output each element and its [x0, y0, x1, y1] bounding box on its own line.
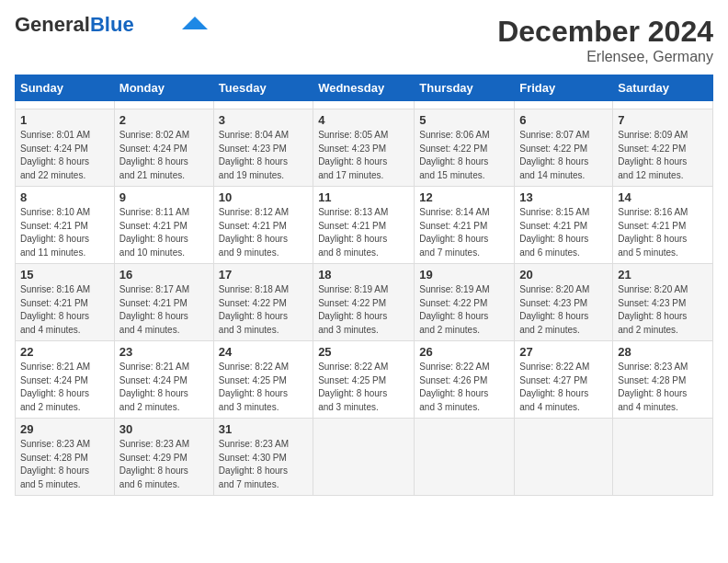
day-number: 12 — [419, 190, 509, 204]
day-info: Sunrise: 8:01 AM Sunset: 4:24 PM Dayligh… — [20, 129, 109, 182]
calendar-cell: 30Sunrise: 8:23 AM Sunset: 4:29 PM Dayli… — [114, 419, 213, 496]
column-header-wednesday: Wednesday — [313, 75, 415, 101]
day-number: 4 — [318, 113, 409, 127]
day-info: Sunrise: 8:14 AM Sunset: 4:21 PM Dayligh… — [419, 206, 509, 259]
day-info: Sunrise: 8:22 AM Sunset: 4:25 PM Dayligh… — [219, 361, 308, 414]
calendar-cell: 1Sunrise: 8:01 AM Sunset: 4:24 PM Daylig… — [16, 109, 115, 187]
week-row: 1Sunrise: 8:01 AM Sunset: 4:24 PM Daylig… — [16, 109, 713, 187]
calendar-cell: 28Sunrise: 8:23 AM Sunset: 4:28 PM Dayli… — [613, 341, 713, 419]
calendar-cell: 15Sunrise: 8:16 AM Sunset: 4:21 PM Dayli… — [16, 264, 115, 341]
column-header-friday: Friday — [515, 75, 613, 101]
day-info: Sunrise: 8:13 AM Sunset: 4:21 PM Dayligh… — [318, 206, 409, 259]
day-number: 23 — [119, 345, 209, 359]
calendar-cell: 27Sunrise: 8:22 AM Sunset: 4:27 PM Dayli… — [515, 341, 613, 419]
calendar-cell: 2Sunrise: 8:02 AM Sunset: 4:24 PM Daylig… — [114, 109, 213, 187]
calendar-cell: 31Sunrise: 8:23 AM Sunset: 4:30 PM Dayli… — [213, 419, 313, 496]
calendar-cell: 11Sunrise: 8:13 AM Sunset: 4:21 PM Dayli… — [313, 187, 415, 264]
column-header-thursday: Thursday — [415, 75, 515, 101]
calendar-cell — [613, 101, 713, 109]
page-header: GeneralBlue December 2024 Erlensee, Germ… — [15, 15, 713, 65]
day-number: 14 — [618, 190, 708, 204]
calendar-cell: 26Sunrise: 8:22 AM Sunset: 4:26 PM Dayli… — [415, 341, 515, 419]
day-info: Sunrise: 8:11 AM Sunset: 4:21 PM Dayligh… — [119, 206, 209, 259]
day-number: 1 — [20, 113, 109, 127]
day-number: 17 — [219, 268, 308, 282]
calendar-cell: 4Sunrise: 8:05 AM Sunset: 4:23 PM Daylig… — [313, 109, 415, 187]
title-block: December 2024 Erlensee, Germany — [497, 15, 713, 65]
calendar-cell: 24Sunrise: 8:22 AM Sunset: 4:25 PM Dayli… — [213, 341, 313, 419]
calendar-cell: 13Sunrise: 8:15 AM Sunset: 4:21 PM Dayli… — [515, 187, 613, 264]
week-row: 15Sunrise: 8:16 AM Sunset: 4:21 PM Dayli… — [16, 264, 713, 341]
calendar-cell: 16Sunrise: 8:17 AM Sunset: 4:21 PM Dayli… — [114, 264, 213, 341]
calendar-cell: 20Sunrise: 8:20 AM Sunset: 4:23 PM Dayli… — [515, 264, 613, 341]
day-info: Sunrise: 8:06 AM Sunset: 4:22 PM Dayligh… — [419, 129, 509, 182]
day-info: Sunrise: 8:07 AM Sunset: 4:22 PM Dayligh… — [519, 129, 608, 182]
day-info: Sunrise: 8:23 AM Sunset: 4:30 PM Dayligh… — [219, 438, 308, 491]
column-header-monday: Monday — [114, 75, 213, 101]
day-number: 15 — [20, 268, 109, 282]
calendar-cell — [16, 101, 115, 109]
day-info: Sunrise: 8:20 AM Sunset: 4:23 PM Dayligh… — [519, 283, 608, 337]
calendar-cell: 25Sunrise: 8:22 AM Sunset: 4:25 PM Dayli… — [313, 341, 415, 419]
day-info: Sunrise: 8:22 AM Sunset: 4:25 PM Dayligh… — [318, 361, 409, 414]
week-row: 29Sunrise: 8:23 AM Sunset: 4:28 PM Dayli… — [16, 419, 713, 496]
day-info: Sunrise: 8:04 AM Sunset: 4:23 PM Dayligh… — [219, 129, 308, 182]
day-info: Sunrise: 8:15 AM Sunset: 4:21 PM Dayligh… — [519, 206, 608, 259]
week-row: 22Sunrise: 8:21 AM Sunset: 4:24 PM Dayli… — [16, 341, 713, 419]
calendar-cell: 8Sunrise: 8:10 AM Sunset: 4:21 PM Daylig… — [16, 187, 115, 264]
svg-marker-0 — [182, 17, 208, 29]
day-number: 31 — [219, 422, 308, 436]
page-subtitle: Erlensee, Germany — [497, 49, 713, 65]
day-number: 18 — [318, 268, 409, 282]
column-header-sunday: Sunday — [16, 75, 115, 101]
day-number: 6 — [519, 113, 608, 127]
day-info: Sunrise: 8:20 AM Sunset: 4:23 PM Dayligh… — [618, 283, 708, 337]
header-row: SundayMondayTuesdayWednesdayThursdayFrid… — [16, 75, 713, 101]
day-number: 26 — [419, 345, 509, 359]
day-info: Sunrise: 8:21 AM Sunset: 4:24 PM Dayligh… — [20, 361, 109, 414]
calendar-cell — [515, 419, 613, 496]
day-info: Sunrise: 8:23 AM Sunset: 4:28 PM Dayligh… — [20, 438, 109, 491]
calendar-cell: 19Sunrise: 8:19 AM Sunset: 4:22 PM Dayli… — [415, 264, 515, 341]
calendar-cell: 12Sunrise: 8:14 AM Sunset: 4:21 PM Dayli… — [415, 187, 515, 264]
day-info: Sunrise: 8:16 AM Sunset: 4:21 PM Dayligh… — [618, 206, 708, 259]
week-row — [16, 101, 713, 109]
day-info: Sunrise: 8:22 AM Sunset: 4:27 PM Dayligh… — [519, 361, 608, 414]
day-info: Sunrise: 8:16 AM Sunset: 4:21 PM Dayligh… — [20, 283, 109, 337]
day-info: Sunrise: 8:05 AM Sunset: 4:23 PM Dayligh… — [318, 129, 409, 182]
day-number: 20 — [519, 268, 608, 282]
day-number: 16 — [119, 268, 209, 282]
day-info: Sunrise: 8:10 AM Sunset: 4:21 PM Dayligh… — [20, 206, 109, 259]
day-info: Sunrise: 8:19 AM Sunset: 4:22 PM Dayligh… — [419, 283, 509, 337]
day-number: 11 — [318, 190, 409, 204]
day-info: Sunrise: 8:17 AM Sunset: 4:21 PM Dayligh… — [119, 283, 209, 337]
day-info: Sunrise: 8:12 AM Sunset: 4:21 PM Dayligh… — [219, 206, 308, 259]
logo-icon — [182, 17, 208, 29]
page-title: December 2024 — [497, 15, 713, 49]
calendar-cell: 21Sunrise: 8:20 AM Sunset: 4:23 PM Dayli… — [613, 264, 713, 341]
day-number: 19 — [419, 268, 509, 282]
day-number: 22 — [20, 345, 109, 359]
logo: GeneralBlue — [15, 15, 208, 35]
day-number: 30 — [119, 422, 209, 436]
day-info: Sunrise: 8:23 AM Sunset: 4:29 PM Dayligh… — [119, 438, 209, 491]
column-header-tuesday: Tuesday — [213, 75, 313, 101]
calendar-cell: 9Sunrise: 8:11 AM Sunset: 4:21 PM Daylig… — [114, 187, 213, 264]
calendar-cell: 7Sunrise: 8:09 AM Sunset: 4:22 PM Daylig… — [613, 109, 713, 187]
day-number: 2 — [119, 113, 209, 127]
calendar-cell — [415, 419, 515, 496]
calendar-cell: 23Sunrise: 8:21 AM Sunset: 4:24 PM Dayli… — [114, 341, 213, 419]
day-info: Sunrise: 8:09 AM Sunset: 4:22 PM Dayligh… — [618, 129, 708, 182]
day-number: 24 — [219, 345, 308, 359]
logo-text: GeneralBlue — [15, 15, 134, 35]
day-number: 3 — [219, 113, 308, 127]
day-number: 10 — [219, 190, 308, 204]
calendar-cell: 14Sunrise: 8:16 AM Sunset: 4:21 PM Dayli… — [613, 187, 713, 264]
day-number: 28 — [618, 345, 708, 359]
calendar-cell — [415, 101, 515, 109]
calendar-cell: 6Sunrise: 8:07 AM Sunset: 4:22 PM Daylig… — [515, 109, 613, 187]
day-number: 27 — [519, 345, 608, 359]
day-number: 5 — [419, 113, 509, 127]
column-header-saturday: Saturday — [613, 75, 713, 101]
calendar-cell: 18Sunrise: 8:19 AM Sunset: 4:22 PM Dayli… — [313, 264, 415, 341]
